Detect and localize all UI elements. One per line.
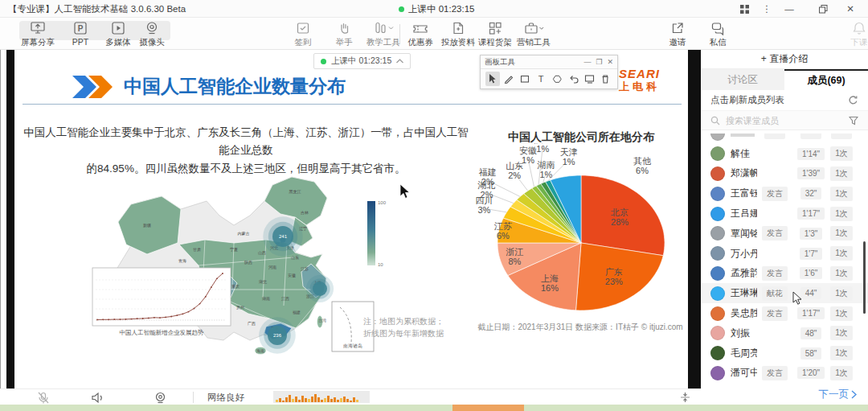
member-row[interactable]: 刘振48"1次 [701,323,868,343]
right-sidebar: + 直播介绍 讨论区 成员(69) 点击刷新成员列表 解佳1'14"1次郑潇帆1… [701,50,868,405]
province-label-重庆: 重庆 [231,284,240,289]
speaker-icon[interactable] [91,392,104,404]
collapse-icon[interactable] [679,392,691,403]
speak-time-badge: 1'39" [797,167,825,179]
minimize-button[interactable]: — [778,0,800,18]
avatar [710,366,725,380]
province-label-甘肃: 甘肃 [193,247,201,252]
member-name: 王富钰 [731,187,757,200]
marketing-tools-button[interactable]: 营销工具 [510,20,557,48]
screen-share-label: 屏幕分享 [21,37,55,48]
speak-count-badge: 1次 [830,207,853,221]
palette-minimize-icon[interactable]: — [583,58,591,66]
avatar [710,226,725,240]
live-dot-icon [399,6,404,12]
member-name: 解佳 [731,147,757,161]
member-row[interactable]: 毛周亮58"1次 [701,343,868,364]
avatar [710,146,725,161]
speak-badge: 献花 [762,286,788,301]
speak-count-badge: 1次 [830,306,853,321]
invite-label: 邀请 [669,37,686,48]
member-row[interactable]: 郑潇帆1'39"1次 [701,164,868,184]
member-name: 孟雅韵 [731,266,757,280]
refresh-icon[interactable] [848,95,858,105]
filter-funnel-icon[interactable] [849,116,858,125]
member-row[interactable]: 解佳1'14"1次 [701,144,868,164]
tab-discussion[interactable]: 讨论区 [701,69,784,90]
bottom-bar: 网络良好 [0,388,701,405]
member-row[interactable] [701,134,868,144]
logo-line2: 上电科 [619,81,660,92]
mouse-cursor [399,183,411,199]
text-tool-icon[interactable]: T [534,72,548,86]
slide-status-pill[interactable]: 上课中 01:23:15 [313,53,411,69]
undo-tool-icon[interactable] [566,72,580,86]
rectangle-tool-icon[interactable] [518,72,532,86]
speak-count-badge: 1次 [830,286,853,301]
member-row[interactable]: 吴忠胜发言1'17"1次 [701,303,868,323]
audio-waveform [273,391,370,403]
member-row[interactable]: 潘可中发言1'20"1次 [701,364,868,384]
tab-members[interactable]: 成员(69) [784,69,868,90]
speak-count-badge: 1次 [830,246,853,261]
speak-time-badge: 1'17" [797,307,825,319]
member-row[interactable]: 孟雅韵发言1'6"1次 [701,264,868,284]
pie-label-陕西: 陕西1% [534,143,551,154]
eraser-tool-icon[interactable] [550,72,564,86]
member-row[interactable]: 王富钰发言32"1次 [701,183,868,203]
more-menu-icon[interactable]: ⋮ [755,0,778,18]
window-title: 【专业课】人工智能技术基础 3.0.6.30 Beta [8,3,186,15]
member-list[interactable]: 解佳1'14"1次郑潇帆1'39"1次王富钰发言32"1次王吕娜1'17"1次覃… [701,134,868,386]
direct-message-button[interactable]: 私信 [694,20,741,48]
member-row[interactable]: 王琳琳献花44"1次 [701,283,868,303]
chevron-up-icon[interactable] [396,59,403,64]
mic-muted-icon[interactable] [37,392,50,404]
live-intro-button[interactable]: + 直播介绍 [701,50,868,69]
end-class-label: 下课 [851,37,868,48]
svg-text:T: T [538,74,544,84]
scrollbar-thumb[interactable] [863,241,866,314]
webcam-label: 摄像头 [139,37,165,48]
slide-canvas[interactable]: 上课中 01:23:15 画板工具 — ❐ ✕ T [14,50,688,388]
raise-hand-label: 举手 [336,37,353,48]
inset-chart-caption: 中国人工智能新增企业发展趋势 [120,329,204,336]
member-name: 覃闻铭 [731,227,757,240]
checkin-label: 签到 [295,37,312,48]
member-row[interactable]: 万小丹1'7"1次 [701,244,868,264]
restore-button[interactable] [812,0,834,18]
next-page-label: 下一页 [819,388,850,401]
checkin-button[interactable]: 签到 [280,20,326,48]
teaching-tools-label: 教学工具 [366,37,400,48]
next-page-link[interactable]: 下一页 [819,388,858,401]
pie-label-山东: 山东2% [506,161,523,180]
palette-close-icon[interactable]: ✕ [607,58,613,66]
avatar [710,326,725,340]
ppt-button[interactable]: P PPT [63,20,98,47]
end-class-button[interactable]: 下课 [836,20,868,48]
layout-grid-icon[interactable] [733,0,755,18]
search-icon [710,116,720,125]
palette-titlebar: 画板工具 — ❐ ✕ [481,55,617,69]
close-button[interactable]: ✕ [839,0,862,18]
title-chevrons-icon [72,76,114,98]
board-tool-icon[interactable] [582,72,596,86]
member-row[interactable]: 王吕娜1'17"1次 [701,203,868,224]
refresh-members-row[interactable]: 点击刷新成员列表 [701,90,868,111]
camera-icon[interactable] [154,392,166,404]
province-label-台湾: 台湾 [318,318,326,323]
member-row[interactable]: 覃闻铭发言1'3"1次 [701,224,868,244]
title-bar: 【专业课】人工智能技术基础 3.0.6.30 Beta 上课中 01:23:15… [0,0,868,18]
pen-tool-icon[interactable] [502,72,516,86]
map-note-line2: 折线图为每年新增数据 [363,327,444,339]
webcam-button[interactable]: 摄像头 [129,20,175,48]
speak-time-badge: 58" [800,347,822,360]
member-name: 潘可中 [731,366,757,380]
member-search-input[interactable] [724,115,845,126]
palette-restore-icon[interactable]: ❐ [596,58,602,66]
legend-max-label: 100 [378,200,387,205]
select-tool-icon[interactable] [485,72,500,86]
drawing-tools-palette[interactable]: 画板工具 — ❐ ✕ T [480,55,618,89]
app-window: 【专业课】人工智能技术基础 3.0.6.30 Beta 上课中 01:23:15… [0,0,868,411]
screen-share-button[interactable]: 屏幕分享 [14,20,61,48]
clear-tool-icon[interactable] [598,72,612,86]
